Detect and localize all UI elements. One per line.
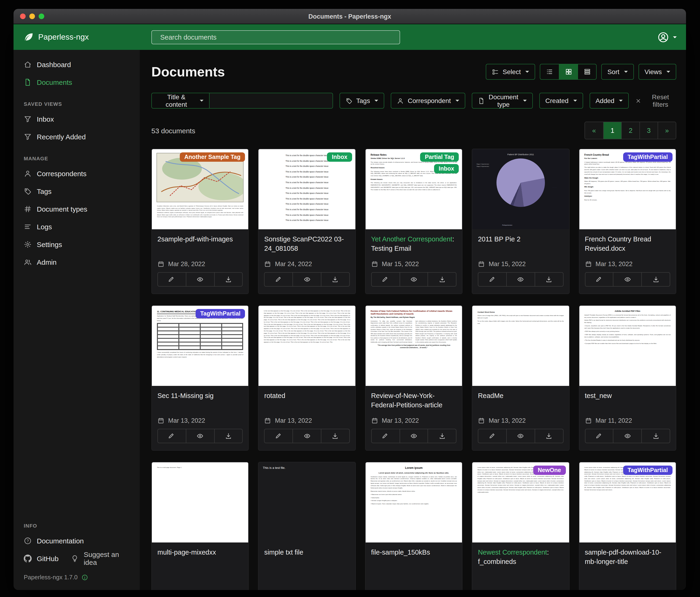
sidebar-item-document-types[interactable]: Document types <box>14 200 140 218</box>
document-title[interactable]: Sonstige ScanPC2022 03-24_081058 <box>264 234 350 256</box>
document-title[interactable]: Review-of-New-York-Federal-Petitions-art… <box>371 391 457 412</box>
correspondent-filter-button[interactable]: Correspondent <box>391 93 465 109</box>
created-filter-button[interactable]: Created <box>539 93 583 109</box>
edit-button[interactable] <box>158 429 186 443</box>
list-view-button[interactable] <box>540 64 559 79</box>
edit-button[interactable] <box>478 429 506 443</box>
document-title[interactable]: multi-page-mixedxx <box>157 548 243 569</box>
download-button[interactable] <box>214 429 243 443</box>
document-thumbnail[interactable]: Adobe Acrobat PDF FilesAdobe® Portable D… <box>579 306 676 386</box>
sidebar-item-github[interactable]: GitHub <box>14 549 69 567</box>
view-button[interactable] <box>399 272 428 286</box>
title-content-dropdown[interactable]: Title & content <box>151 93 209 109</box>
document-thumbnail[interactable]: Lorem ipsumLorem ipsum dolor sit amet, c… <box>366 462 462 543</box>
document-card[interactable]: Lorem ipsumLorem ipsum dolor sit amet, c… <box>365 462 463 590</box>
download-button[interactable] <box>535 429 563 443</box>
tag-badge[interactable]: Inbox <box>434 164 459 173</box>
pagination-page-button[interactable]: 2 <box>621 122 640 139</box>
edit-button[interactable] <box>585 272 613 286</box>
sidebar-item-logs[interactable]: Logs <box>14 218 140 235</box>
document-card[interactable]: This is a test for the double space char… <box>258 149 356 294</box>
document-card[interactable]: Curabitur bibendum ante urna, sed blandi… <box>151 149 249 294</box>
download-button[interactable] <box>641 429 670 443</box>
document-thumbnail[interactable]: is the text that appears on the first pa… <box>259 306 355 386</box>
global-search[interactable] <box>151 30 400 44</box>
download-button[interactable] <box>535 272 563 286</box>
view-button[interactable] <box>506 429 535 443</box>
info-circle-icon[interactable] <box>81 574 88 580</box>
sidebar-item-recently-added[interactable]: Recently Added <box>14 128 140 145</box>
sidebar-item-documents[interactable]: Documents <box>14 73 140 91</box>
document-thumbnail[interactable]: Patient BP Distribution 2011Stage 1 Hype… <box>472 149 569 229</box>
tag-badge[interactable]: Another Sample Tag <box>180 152 245 162</box>
document-title[interactable]: file-sample_150kBs <box>371 548 457 569</box>
document-title[interactable]: rotated <box>264 391 350 412</box>
app-brand[interactable]: Paperless-ngx <box>23 31 145 43</box>
document-thumbnail[interactable]: This is a multi page document. Page 1. <box>152 462 248 543</box>
view-button[interactable] <box>399 429 428 443</box>
edit-button[interactable] <box>158 272 186 286</box>
edit-button[interactable] <box>372 272 400 286</box>
document-title[interactable]: Sec 11-Missing sig <box>157 391 243 412</box>
document-title[interactable]: test_new <box>585 391 670 412</box>
document-card[interactable]: Release NotesSimba ODBC Driver for SQL S… <box>365 149 463 294</box>
maximize-button[interactable] <box>39 14 44 19</box>
document-card[interactable]: Adobe Acrobat PDF FilesAdobe® Portable D… <box>579 305 676 451</box>
document-title[interactable]: French Country Bread Revised.docx <box>585 234 670 256</box>
tags-filter-button[interactable]: Tags <box>340 93 384 109</box>
document-title[interactable]: 2011 BP Pie 2 <box>478 234 563 256</box>
view-button[interactable] <box>186 272 214 286</box>
edit-button[interactable] <box>585 429 613 443</box>
sidebar-item-admin[interactable]: Admin <box>14 253 140 271</box>
document-card[interactable]: 11. CONTINUING MEDICAL EDUCATIONApplicat… <box>151 305 249 451</box>
correspondent-link[interactable]: Yet Another Correspondent <box>371 235 452 243</box>
pagination-page-button[interactable]: 3 <box>640 122 658 139</box>
detail-view-button[interactable] <box>577 64 596 79</box>
pagination-next-button[interactable]: » <box>658 122 676 139</box>
document-card[interactable]: Review of New York Federal Petitions for… <box>365 305 463 451</box>
sidebar-item-settings[interactable]: Settings <box>14 235 140 253</box>
view-button[interactable] <box>186 429 214 443</box>
download-button[interactable] <box>641 272 670 286</box>
document-title[interactable]: Yet Another Correspondent: Testing Email <box>371 234 457 256</box>
view-button[interactable] <box>506 272 535 286</box>
document-card[interactable]: is the text that appears on the first pa… <box>258 305 356 451</box>
document-card[interactable]: French Country BreadFor the Leaven:1 hea… <box>579 149 676 294</box>
sidebar-item-suggest-an-idea[interactable]: Suggest an idea <box>69 549 140 567</box>
document-card[interactable]: Contact Sheet DemoGiven a set of image f… <box>472 305 569 451</box>
document-card[interactable]: Patient BP Distribution 2011Stage 1 Hype… <box>472 149 569 294</box>
view-button[interactable] <box>613 429 642 443</box>
view-button[interactable] <box>293 429 321 443</box>
document-title[interactable]: 2sample-pdf-with-images <box>157 234 243 256</box>
added-filter-button[interactable]: Added <box>590 93 629 109</box>
edit-button[interactable] <box>372 429 400 443</box>
download-button[interactable] <box>428 429 456 443</box>
user-menu-button[interactable] <box>657 31 677 43</box>
minimize-button[interactable] <box>29 14 35 19</box>
pagination-prev-button[interactable]: « <box>585 122 603 139</box>
edit-button[interactable] <box>265 272 293 286</box>
document-title[interactable]: Newest Correspondent: f_combineds <box>478 548 563 569</box>
document-title[interactable]: ReadMe <box>478 391 563 412</box>
search-input[interactable] <box>160 33 395 41</box>
tag-badge[interactable]: TagWithPartial <box>196 309 245 318</box>
document-card[interactable]: Lorem ipsum dolor sit amet, consectetur … <box>579 462 676 590</box>
document-thumbnail[interactable]: Review of New York Federal Petitions for… <box>366 306 462 386</box>
view-button[interactable] <box>293 272 321 286</box>
document-card[interactable]: This is a test file. simple txt file <box>258 462 356 590</box>
sidebar-item-correspondents[interactable]: Correspondents <box>14 165 140 182</box>
document-card[interactable]: This is a multi page document. Page 1. m… <box>151 462 249 590</box>
tag-badge[interactable]: NewOne <box>533 465 566 475</box>
download-button[interactable] <box>321 429 349 443</box>
view-button[interactable] <box>613 272 642 286</box>
edit-button[interactable] <box>478 272 506 286</box>
select-button[interactable]: Select <box>486 64 535 80</box>
document-type-filter-button[interactable]: Document type <box>472 93 533 109</box>
download-button[interactable] <box>321 272 349 286</box>
document-title[interactable]: sample-pdf-download-10-mb-longer-title <box>585 548 670 569</box>
pagination-page-button[interactable]: 1 <box>603 122 621 139</box>
sidebar-item-tags[interactable]: Tags <box>14 182 140 200</box>
close-button[interactable] <box>20 14 26 19</box>
document-thumbnail[interactable]: Contact Sheet DemoGiven a set of image f… <box>472 306 569 386</box>
sort-button[interactable]: Sort <box>601 64 634 80</box>
